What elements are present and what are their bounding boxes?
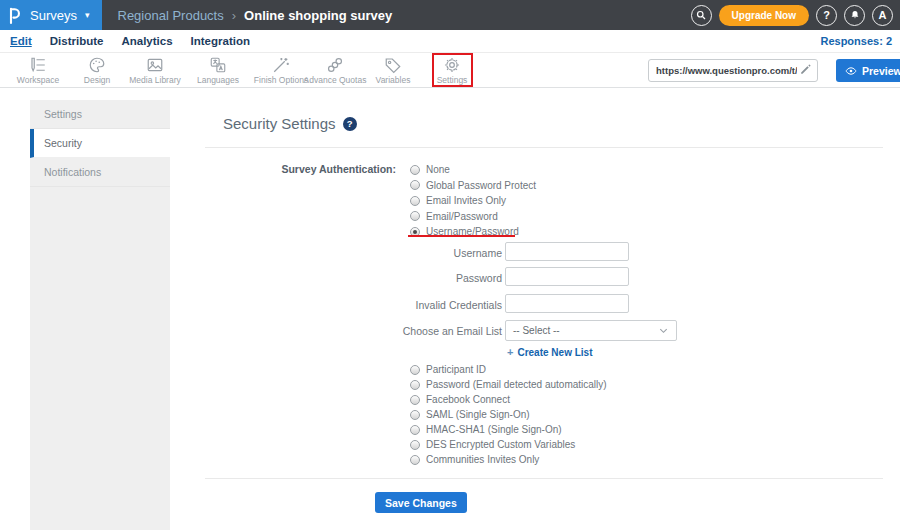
- questionpro-logo-icon: [8, 6, 23, 25]
- radio-button-selected[interactable]: [410, 227, 420, 237]
- radio-button[interactable]: [410, 165, 420, 175]
- radio-username-password-selected[interactable]: Username/Password: [410, 224, 536, 240]
- tab-edit[interactable]: Edit: [10, 35, 32, 47]
- auth-options-top: None Global Password Protect Email Invit…: [410, 162, 536, 240]
- edit-url-pencil-icon[interactable]: [799, 63, 812, 76]
- radio-global-password-protect[interactable]: Global Password Protect: [410, 178, 536, 194]
- radio-button[interactable]: [410, 211, 420, 221]
- surveys-menu[interactable]: Surveys ▾: [0, 0, 102, 30]
- radio-button[interactable]: [410, 455, 420, 465]
- preview-button[interactable]: Preview: [836, 59, 900, 82]
- plus-icon: +: [507, 346, 513, 358]
- divider: [205, 478, 883, 479]
- radio-communities-invites[interactable]: Communities Invites Only: [410, 452, 607, 467]
- search-icon: [695, 9, 707, 21]
- radio-button[interactable]: [410, 365, 420, 375]
- breadcrumb-separator: ›: [232, 8, 236, 23]
- help-question-icon[interactable]: ?: [343, 117, 357, 131]
- radio-none[interactable]: None: [410, 162, 536, 178]
- radio-button[interactable]: [410, 395, 420, 405]
- help-button[interactable]: ?: [816, 5, 837, 26]
- breadcrumb: Regional Products › Online shopping surv…: [118, 8, 393, 23]
- responses-count[interactable]: Responses: 2: [820, 35, 892, 47]
- account-avatar[interactable]: A: [872, 5, 893, 26]
- edit-toolbar: Workspace Design Media Library Languages…: [0, 52, 900, 88]
- top-bar: Surveys ▾ Regional Products › Online sho…: [0, 0, 900, 30]
- radio-button[interactable]: [410, 196, 420, 206]
- eye-icon: [845, 65, 857, 77]
- languages-icon: [209, 56, 227, 74]
- upgrade-now-button[interactable]: Upgrade Now: [719, 5, 809, 26]
- topbar-actions: Upgrade Now ? A: [691, 5, 900, 26]
- variables-tag-icon: [384, 56, 402, 74]
- radio-email-invites-only[interactable]: Email Invites Only: [410, 193, 536, 209]
- password-label: Password: [205, 272, 502, 284]
- media-library-icon: [146, 56, 164, 74]
- email-list-label: Choose an Email List: [205, 325, 502, 337]
- advance-quotas-links-icon: [326, 56, 344, 74]
- sidebar-item-notifications[interactable]: Notifications: [30, 158, 170, 187]
- radio-button[interactable]: [410, 440, 420, 450]
- chevron-down-icon: [658, 325, 669, 336]
- radio-password-email-detected[interactable]: Password (Email detected automatically): [410, 377, 607, 392]
- sidebar-item-settings[interactable]: Settings: [30, 100, 170, 129]
- content-area: Settings Security Notifications Security…: [0, 88, 900, 530]
- radio-facebook-connect[interactable]: Facebook Connect: [410, 392, 607, 407]
- workspace-icon: [29, 56, 47, 74]
- save-changes-button[interactable]: Save Changes: [375, 492, 467, 513]
- radio-des-encrypted[interactable]: DES Encrypted Custom Variables: [410, 437, 607, 452]
- email-list-select[interactable]: -- Select --: [505, 320, 677, 341]
- radio-email-password[interactable]: Email/Password: [410, 209, 536, 225]
- radio-button[interactable]: [410, 380, 420, 390]
- security-settings-panel: Security Settings ? Survey Authenticatio…: [170, 88, 900, 530]
- surveys-menu-label: Surveys: [30, 8, 77, 23]
- invalid-credentials-input[interactable]: [505, 294, 629, 313]
- tab-distribute[interactable]: Distribute: [50, 35, 104, 47]
- survey-nav: Edit Distribute Analytics Integration Re…: [0, 30, 900, 52]
- radio-button[interactable]: [410, 425, 420, 435]
- auth-options-bottom: Participant ID Password (Email detected …: [410, 362, 607, 467]
- tab-analytics[interactable]: Analytics: [121, 35, 172, 47]
- survey-url-input[interactable]: [648, 59, 818, 82]
- username-input[interactable]: [505, 242, 629, 261]
- breadcrumb-survey-name: Online shopping survey: [244, 8, 392, 23]
- radio-hmac-sha1[interactable]: HMAC-SHA1 (Single Sign-On): [410, 422, 607, 437]
- invalid-credentials-label: Invalid Credentials: [205, 299, 502, 311]
- radio-button[interactable]: [410, 180, 420, 190]
- radio-button[interactable]: [410, 410, 420, 420]
- chevron-down-icon: ▾: [85, 10, 90, 20]
- password-input[interactable]: [505, 267, 629, 286]
- radio-saml-sso[interactable]: SAML (Single Sign-On): [410, 407, 607, 422]
- settings-gear-icon: [443, 56, 461, 74]
- breadcrumb-folder[interactable]: Regional Products: [118, 8, 224, 23]
- bell-icon: [849, 9, 861, 21]
- survey-authentication-label: Survey Authentication:: [205, 163, 396, 175]
- finish-options-wand-icon: [272, 56, 290, 74]
- sidebar-item-security[interactable]: Security: [30, 129, 170, 158]
- username-label: Username: [205, 247, 502, 259]
- design-palette-icon: [88, 56, 106, 74]
- settings-sidebar: Settings Security Notifications: [30, 100, 170, 530]
- toolbar-item-settings[interactable]: Settings: [410, 55, 494, 85]
- radio-participant-id[interactable]: Participant ID: [410, 362, 607, 377]
- tab-integration[interactable]: Integration: [191, 35, 250, 47]
- create-new-list-link[interactable]: + Create New List: [507, 346, 592, 358]
- notifications-button[interactable]: [844, 5, 865, 26]
- search-button[interactable]: [691, 5, 712, 26]
- page-title: Security Settings ?: [223, 115, 357, 132]
- divider: [205, 147, 883, 148]
